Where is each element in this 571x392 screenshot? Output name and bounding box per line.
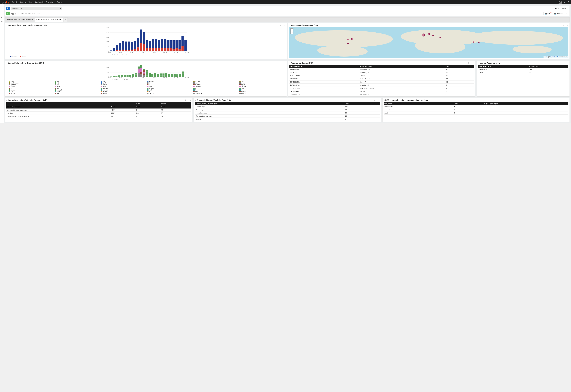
legend-item[interactable]: leonardo bbox=[147, 81, 192, 82]
table-row[interactable]: user121 bbox=[384, 112, 569, 114]
legend-item[interactable]: dbadmin bbox=[101, 87, 146, 89]
legend-item[interactable]: deposito bbox=[101, 95, 146, 95]
legend-item[interactable]: ahmed bbox=[101, 93, 146, 94]
resize-icon[interactable]: ↔ bbox=[282, 24, 283, 26]
play-icon[interactable]: ▶ bbox=[563, 99, 564, 101]
drag-icon[interactable]: ≡ bbox=[478, 62, 479, 64]
osm-link[interactable]: OpenStreetMap bbox=[550, 56, 560, 58]
table-row[interactable]: administrator135 bbox=[478, 68, 569, 71]
legend-item[interactable]: client02 bbox=[147, 93, 192, 94]
tab-detailed[interactable]: Windows Detailed Logon Activity ▾ bbox=[35, 18, 63, 22]
table-row[interactable]: graylogmember1.grayloglab.local71368 bbox=[6, 115, 191, 118]
legend-item[interactable]: director bbox=[101, 91, 146, 93]
resize-icon[interactable]: ↔ bbox=[470, 62, 472, 64]
drag-icon[interactable]: ≡ bbox=[289, 62, 290, 64]
table-row[interactable]: 158.51.39.132Ashburn, US130 bbox=[289, 74, 474, 77]
map-marker[interactable] bbox=[422, 33, 425, 37]
play-icon[interactable]: ▶ bbox=[374, 99, 375, 101]
table-row[interactable]: jumpbox2887281077 bbox=[6, 112, 191, 115]
play-icon[interactable]: ▶ bbox=[280, 24, 281, 26]
leaflet-link[interactable]: Leaflet bbox=[544, 56, 548, 58]
legend-item[interactable]: praktikant bbox=[193, 86, 238, 87]
table-row[interactable]: administrator41 bbox=[384, 105, 569, 108]
play-icon[interactable]: ▶ bbox=[563, 62, 564, 64]
map-marker[interactable] bbox=[347, 39, 349, 40]
legend-item[interactable]: abc bbox=[55, 81, 100, 82]
table-row[interactable]: 54.81.124.43Ashburn, US57 bbox=[289, 90, 474, 93]
legend-item[interactable]: roberto bbox=[9, 86, 54, 87]
table-row[interactable]: 200.92.202.14Puebla City, MX121 bbox=[289, 77, 474, 81]
table-row[interactable]: 14.46.112.201Gumi, KR103 bbox=[289, 81, 474, 84]
legend-item[interactable]: cctv bbox=[239, 81, 284, 82]
legend-item[interactable]: reception bbox=[55, 95, 100, 95]
zoom-in-button[interactable]: + bbox=[291, 28, 293, 31]
help-icon[interactable]: ❔ bbox=[567, 1, 569, 3]
drag-icon[interactable]: ≡ bbox=[6, 24, 7, 26]
legend-item[interactable]: visitor bbox=[193, 82, 238, 84]
nav-enterprise[interactable]: Enterprise ▾ bbox=[46, 1, 54, 3]
drag-icon[interactable]: ≡ bbox=[289, 24, 290, 26]
time-range-button[interactable]: 🕘▾ bbox=[6, 7, 10, 10]
drag-icon[interactable]: ≡ bbox=[195, 99, 196, 101]
resize-icon[interactable]: ↔ bbox=[565, 62, 566, 64]
legend-item[interactable]: ncs bbox=[9, 87, 54, 89]
table-row[interactable]: RemoteInteractive logon14 bbox=[195, 114, 380, 118]
table-row[interactable]: 52.149.147.185Washington, US53 bbox=[289, 93, 474, 95]
legend-item[interactable]: jim bbox=[101, 81, 146, 82]
access-map[interactable]: + − Leaflet | © OpenStreetMap contributo… bbox=[289, 27, 569, 58]
nav-dashboards[interactable]: Dashboards bbox=[35, 1, 43, 3]
table-row[interactable]: Network logon4493 bbox=[195, 105, 380, 108]
pin-icon[interactable]: 📍 bbox=[550, 12, 552, 14]
chevron-down-icon[interactable]: ⌄ bbox=[379, 99, 380, 101]
legend-item[interactable]: caja bbox=[55, 82, 100, 84]
rail-collapse-icon[interactable]: › bbox=[1, 5, 2, 8]
rail-xsub-icon[interactable]: X₁ bbox=[1, 20, 3, 23]
drag-icon[interactable]: ≡ bbox=[384, 99, 384, 101]
tab-add[interactable]: + bbox=[64, 17, 68, 22]
legend-item[interactable]: caroline bbox=[9, 95, 54, 95]
legend-item[interactable]: events bbox=[239, 82, 284, 84]
legend-item[interactable]: guest bbox=[9, 81, 54, 82]
table-row[interactable]: 3.22.60.215Columbus, US148 bbox=[289, 71, 474, 74]
play-icon[interactable]: ▶ bbox=[280, 62, 281, 64]
legend-item[interactable]: remoto bbox=[9, 89, 54, 91]
legend-item[interactable]: t1 bbox=[147, 82, 192, 84]
filter-toggle-button[interactable]: ▾ bbox=[6, 12, 10, 15]
legend-item[interactable]: u1 bbox=[147, 84, 192, 85]
legend-item[interactable]: spadmin bbox=[9, 84, 54, 85]
resize-icon[interactable]: ↔ bbox=[565, 24, 566, 26]
nav-search[interactable]: Search bbox=[12, 1, 17, 3]
map-marker[interactable] bbox=[439, 37, 440, 38]
table-row[interactable]: Interactive logon24 bbox=[195, 112, 380, 114]
override-select[interactable]: No Override bbox=[11, 7, 62, 10]
legend-item[interactable]: acronis bbox=[239, 91, 284, 93]
saveas-button[interactable]: 💾 Save as bbox=[553, 12, 564, 15]
legend-item[interactable]: manager1 bbox=[239, 86, 284, 87]
legend-item[interactable]: bodega2 bbox=[55, 89, 100, 91]
legend-item[interactable]: template bbox=[147, 87, 192, 89]
legend-item[interactable]: staff bbox=[55, 84, 100, 85]
legend-item[interactable]: user3 bbox=[55, 93, 100, 94]
nav-system[interactable]: System ▾ bbox=[57, 1, 63, 3]
table-row[interactable]: System1 bbox=[195, 118, 380, 121]
legend-item[interactable]: abid bbox=[9, 91, 54, 93]
chevron-down-icon[interactable]: ⌄ bbox=[473, 62, 474, 64]
table-row[interactable]: 212.113.218.98Bradford-on-Avon, GB76 bbox=[289, 87, 474, 90]
chevron-down-icon[interactable]: ⌄ bbox=[284, 24, 286, 26]
nav-streams[interactable]: Streams bbox=[20, 1, 26, 3]
legend-item[interactable]: commercial bbox=[193, 93, 238, 94]
rail-info-icon[interactable]: i bbox=[2, 9, 2, 11]
nav-alerts[interactable]: Alerts bbox=[28, 1, 32, 3]
resize-icon[interactable]: ↔ bbox=[376, 99, 378, 101]
legend-item[interactable]: adminthunam bbox=[9, 82, 54, 84]
legend-item[interactable]: testing bbox=[55, 86, 100, 87]
edit-icon[interactable]: ✎ bbox=[563, 1, 565, 3]
more-button[interactable]: ⋯ bbox=[565, 12, 569, 15]
map-marker[interactable] bbox=[347, 43, 349, 44]
legend-item[interactable]: david bbox=[101, 86, 146, 87]
table-row[interactable]: Service logon181 bbox=[195, 108, 380, 112]
table-row[interactable]: grayloglabdc1.grayloglab.local4597294568 bbox=[6, 109, 191, 112]
drag-icon[interactable]: ≡ bbox=[6, 62, 7, 64]
chevron-down-icon[interactable]: ⌄ bbox=[284, 62, 286, 64]
legend-item[interactable]: lisa bbox=[239, 89, 284, 91]
